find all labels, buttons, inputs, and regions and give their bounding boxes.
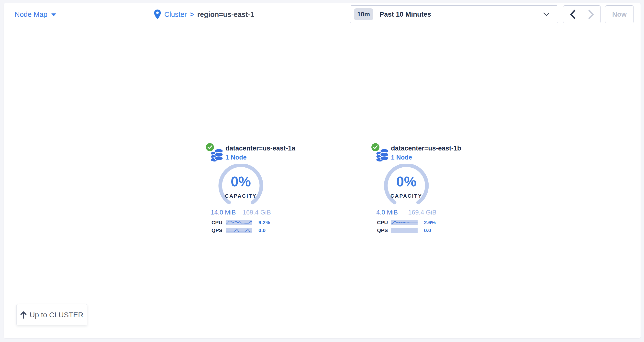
locality-titles: datacenter=us-east-1a 1 Node [226, 143, 295, 161]
qps-sparkline [226, 228, 252, 233]
chevron-right-icon [588, 9, 594, 19]
now-button[interactable]: Now [605, 5, 634, 23]
breadcrumb-current: region=us-east-1 [197, 10, 254, 18]
locality-node-count[interactable]: 1 Node [226, 154, 295, 161]
locality-titles: datacenter=us-east-1b 1 Node [391, 143, 461, 161]
breadcrumb-separator: > [190, 10, 194, 18]
time-nav-arrows [563, 5, 601, 23]
healthy-check-icon [372, 143, 380, 151]
capacity-used: 4.0 MiB [376, 209, 398, 216]
locality-metrics: CPU 9.2% QPS 0.0 [212, 220, 270, 233]
time-window-badge: 10m [354, 8, 373, 20]
caret-down-icon [51, 13, 56, 16]
capacity-total: 169.4 GiB [242, 209, 271, 216]
capacity-gauge: 0% CAPACITY [216, 164, 265, 207]
metric-label: CPU [377, 220, 391, 226]
view-selector-dropdown[interactable]: Node Map [15, 3, 56, 26]
metric-row-qps: QPS 0.0 [212, 228, 270, 233]
metric-row-cpu: CPU 9.2% [212, 220, 270, 225]
capacity-range: 4.0 MiB 169.4 GiB [376, 209, 436, 216]
capacity-used: 14.0 MiB [211, 209, 236, 216]
time-window-dropdown[interactable]: 10m Past 10 Minutes [350, 5, 558, 23]
locality-metrics: CPU 2.6% QPS 0.0 [377, 220, 436, 233]
locality-node-count[interactable]: 1 Node [391, 154, 461, 161]
metric-value: 0.0 [424, 227, 431, 233]
arrow-up-icon [20, 311, 27, 319]
locality-icon-cluster [206, 143, 225, 163]
metric-label: CPU [212, 220, 226, 226]
breadcrumb: Cluster > region=us-east-1 [154, 3, 254, 26]
locality-icon-cluster [372, 143, 390, 163]
time-next-button-disabled[interactable] [582, 5, 601, 23]
capacity-percent: 0% [216, 173, 265, 190]
up-to-cluster-label: Up to CLUSTER [30, 311, 83, 319]
breadcrumb-cluster-link[interactable]: Cluster [164, 10, 187, 18]
qps-sparkline [391, 228, 418, 233]
locality-card-us-east-1a[interactable]: datacenter=us-east-1a 1 Node 0% CAPACITY… [206, 143, 276, 236]
locality-title: datacenter=us-east-1a [226, 145, 295, 152]
healthy-check-icon [206, 143, 214, 151]
locality-title: datacenter=us-east-1b [391, 145, 461, 152]
cpu-sparkline [226, 220, 252, 225]
metric-row-cpu: CPU 2.6% [377, 220, 436, 225]
map-pin-icon [154, 9, 161, 19]
node-map-panel: Node Map Cluster > region=us-east-1 10m … [4, 3, 640, 338]
metric-value: 0.0 [258, 227, 266, 233]
chevron-down-icon [543, 12, 550, 17]
time-prev-button[interactable] [563, 5, 582, 23]
metric-label: QPS [377, 227, 391, 233]
cpu-sparkline [391, 220, 418, 225]
metric-value: 2.6% [424, 220, 436, 226]
metric-value: 9.2% [258, 220, 270, 226]
capacity-label: CAPACITY [382, 193, 431, 199]
capacity-label: CAPACITY [216, 193, 265, 199]
locality-card-us-east-1b[interactable]: datacenter=us-east-1b 1 Node 0% CAPACITY… [372, 143, 441, 236]
view-selector-label: Node Map [15, 10, 48, 18]
time-window-label: Past 10 Minutes [380, 10, 431, 18]
capacity-total: 169.4 GiB [408, 209, 436, 216]
metric-row-qps: QPS 0.0 [377, 228, 436, 233]
locality-header: datacenter=us-east-1a 1 Node [206, 143, 276, 163]
capacity-percent: 0% [382, 173, 431, 190]
capacity-range: 14.0 MiB 169.4 GiB [211, 209, 271, 216]
chevron-left-icon [570, 9, 576, 19]
capacity-gauge: 0% CAPACITY [382, 164, 431, 207]
metric-label: QPS [212, 227, 226, 233]
locality-header: datacenter=us-east-1b 1 Node [372, 143, 441, 163]
header-bar: Node Map Cluster > region=us-east-1 10m … [4, 3, 640, 26]
up-to-cluster-button[interactable]: Up to CLUSTER [16, 304, 87, 326]
